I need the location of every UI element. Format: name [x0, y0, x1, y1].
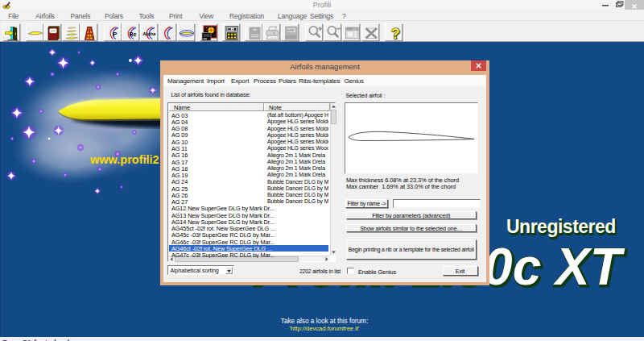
svg-text:Unregistered: Unregistered	[506, 216, 616, 237]
svg-text:Alpha: Alpha	[142, 31, 156, 36]
svg-text:Re: Re	[130, 31, 137, 36]
svg-text:DXF: DXF	[287, 28, 294, 32]
svg-text:P: P	[113, 30, 118, 37]
svg-text:?: ?	[391, 25, 400, 40]
